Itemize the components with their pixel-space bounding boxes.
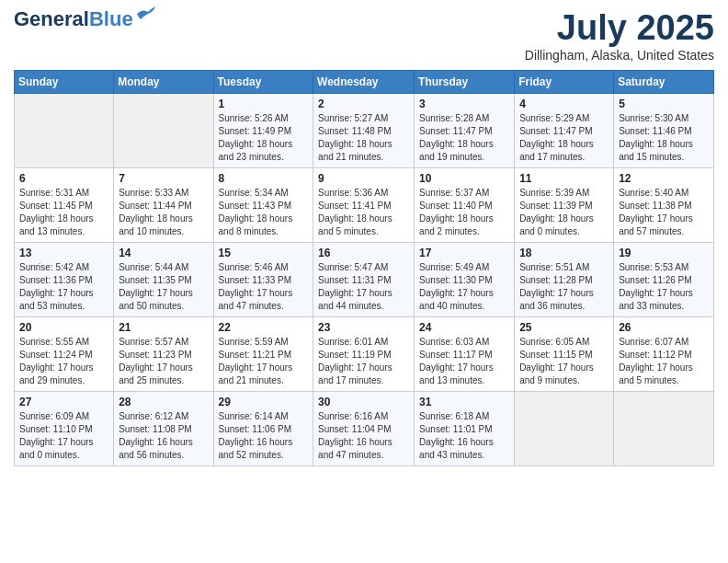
day-info: Sunrise: 6:12 AM Sunset: 11:08 PM Daylig…: [119, 410, 208, 462]
weekday-header-thursday: Thursday: [415, 70, 515, 93]
day-info: Sunrise: 5:44 AM Sunset: 11:35 PM Daylig…: [119, 261, 208, 313]
calendar-cell: 25Sunrise: 6:05 AM Sunset: 11:15 PM Dayl…: [515, 316, 614, 391]
day-info: Sunrise: 6:07 AM Sunset: 11:12 PM Daylig…: [619, 336, 709, 387]
week-row-5: 27Sunrise: 6:09 AM Sunset: 11:10 PM Dayl…: [15, 391, 714, 465]
day-info: Sunrise: 5:42 AM Sunset: 11:36 PM Daylig…: [19, 261, 108, 313]
day-info: Sunrise: 5:47 AM Sunset: 11:31 PM Daylig…: [318, 261, 409, 313]
calendar-cell: 16Sunrise: 5:47 AM Sunset: 11:31 PM Dayl…: [313, 242, 415, 316]
day-number: 9: [318, 172, 409, 185]
day-number: 12: [619, 172, 709, 185]
day-number: 4: [519, 98, 609, 110]
day-info: Sunrise: 5:51 AM Sunset: 11:28 PM Daylig…: [519, 261, 609, 313]
calendar-cell: 20Sunrise: 5:55 AM Sunset: 11:24 PM Dayl…: [15, 316, 114, 391]
calendar-cell: [15, 93, 114, 167]
week-row-3: 13Sunrise: 5:42 AM Sunset: 11:36 PM Dayl…: [15, 242, 714, 316]
logo-blue: Blue: [89, 7, 133, 30]
day-number: 25: [519, 321, 609, 334]
day-number: 24: [419, 321, 509, 334]
calendar-cell: 1Sunrise: 5:26 AM Sunset: 11:49 PM Dayli…: [213, 93, 313, 167]
day-number: 10: [419, 172, 509, 185]
day-number: 6: [19, 172, 108, 185]
day-number: 28: [119, 396, 208, 408]
day-number: 11: [519, 172, 609, 185]
day-info: Sunrise: 5:49 AM Sunset: 11:30 PM Daylig…: [419, 261, 509, 313]
calendar-cell: 12Sunrise: 5:40 AM Sunset: 11:38 PM Dayl…: [614, 167, 714, 242]
day-number: 22: [219, 321, 309, 334]
calendar-cell: 9Sunrise: 5:36 AM Sunset: 11:41 PM Dayli…: [313, 167, 415, 242]
day-info: Sunrise: 6:03 AM Sunset: 11:17 PM Daylig…: [419, 336, 509, 387]
calendar-cell: 11Sunrise: 5:39 AM Sunset: 11:39 PM Dayl…: [515, 167, 614, 242]
calendar-cell: 14Sunrise: 5:44 AM Sunset: 11:35 PM Dayl…: [114, 242, 213, 316]
day-number: 3: [419, 98, 509, 110]
day-info: Sunrise: 5:36 AM Sunset: 11:41 PM Daylig…: [318, 187, 409, 238]
day-info: Sunrise: 6:14 AM Sunset: 11:06 PM Daylig…: [219, 410, 309, 462]
day-info: Sunrise: 5:46 AM Sunset: 11:33 PM Daylig…: [219, 261, 309, 313]
logo-bird-icon: [135, 6, 155, 21]
calendar-cell: [614, 391, 714, 465]
day-number: 18: [519, 247, 609, 259]
day-info: Sunrise: 5:29 AM Sunset: 11:47 PM Daylig…: [519, 112, 609, 164]
day-info: Sunrise: 5:40 AM Sunset: 11:38 PM Daylig…: [619, 187, 709, 238]
day-number: 15: [219, 247, 309, 259]
day-number: 7: [119, 172, 208, 185]
calendar-cell: 5Sunrise: 5:30 AM Sunset: 11:46 PM Dayli…: [614, 93, 714, 167]
day-number: 23: [318, 321, 409, 334]
day-info: Sunrise: 6:01 AM Sunset: 11:19 PM Daylig…: [318, 336, 409, 387]
day-number: 16: [318, 247, 409, 259]
day-number: 19: [619, 247, 709, 259]
weekday-header-row: SundayMondayTuesdayWednesdayThursdayFrid…: [15, 70, 714, 93]
logo: GeneralBlue: [14, 9, 155, 29]
week-row-1: 1Sunrise: 5:26 AM Sunset: 11:49 PM Dayli…: [15, 93, 714, 167]
day-number: 27: [19, 396, 108, 408]
day-info: Sunrise: 5:53 AM Sunset: 11:26 PM Daylig…: [619, 261, 709, 313]
calendar-cell: 6Sunrise: 5:31 AM Sunset: 11:45 PM Dayli…: [15, 167, 114, 242]
calendar-cell: 4Sunrise: 5:29 AM Sunset: 11:47 PM Dayli…: [515, 93, 614, 167]
weekday-header-friday: Friday: [515, 70, 614, 93]
day-info: Sunrise: 6:18 AM Sunset: 11:01 PM Daylig…: [419, 410, 509, 462]
day-number: 13: [19, 247, 108, 259]
calendar-cell: 26Sunrise: 6:07 AM Sunset: 11:12 PM Dayl…: [614, 316, 714, 391]
day-info: Sunrise: 5:59 AM Sunset: 11:21 PM Daylig…: [219, 336, 309, 387]
weekday-header-saturday: Saturday: [614, 70, 714, 93]
calendar-cell: 7Sunrise: 5:33 AM Sunset: 11:44 PM Dayli…: [114, 167, 213, 242]
day-number: 8: [219, 172, 309, 185]
week-row-2: 6Sunrise: 5:31 AM Sunset: 11:45 PM Dayli…: [15, 167, 714, 242]
calendar-cell: 23Sunrise: 6:01 AM Sunset: 11:19 PM Dayl…: [313, 316, 415, 391]
location-subtitle: Dillingham, Alaska, United States: [525, 48, 714, 63]
day-number: 17: [419, 247, 509, 259]
day-number: 5: [619, 98, 709, 110]
day-number: 30: [318, 396, 409, 408]
week-row-4: 20Sunrise: 5:55 AM Sunset: 11:24 PM Dayl…: [15, 316, 714, 391]
day-info: Sunrise: 5:57 AM Sunset: 11:23 PM Daylig…: [119, 336, 208, 387]
calendar-cell: 21Sunrise: 5:57 AM Sunset: 11:23 PM Dayl…: [114, 316, 213, 391]
day-info: Sunrise: 5:30 AM Sunset: 11:46 PM Daylig…: [619, 112, 709, 164]
calendar-cell: 15Sunrise: 5:46 AM Sunset: 11:33 PM Dayl…: [213, 242, 313, 316]
calendar-cell: 30Sunrise: 6:16 AM Sunset: 11:04 PM Dayl…: [313, 391, 415, 465]
day-info: Sunrise: 5:34 AM Sunset: 11:43 PM Daylig…: [219, 187, 309, 238]
title-block: July 2025 Dillingham, Alaska, United Sta…: [525, 9, 714, 63]
page-header: GeneralBlue July 2025 Dillingham, Alaska…: [14, 9, 714, 63]
calendar-cell: 27Sunrise: 6:09 AM Sunset: 11:10 PM Dayl…: [15, 391, 114, 465]
calendar-cell: 8Sunrise: 5:34 AM Sunset: 11:43 PM Dayli…: [213, 167, 313, 242]
day-number: 20: [19, 321, 108, 334]
calendar-cell: 18Sunrise: 5:51 AM Sunset: 11:28 PM Dayl…: [515, 242, 614, 316]
day-info: Sunrise: 5:31 AM Sunset: 11:45 PM Daylig…: [19, 187, 108, 238]
calendar-cell: 2Sunrise: 5:27 AM Sunset: 11:48 PM Dayli…: [313, 93, 415, 167]
day-info: Sunrise: 6:16 AM Sunset: 11:04 PM Daylig…: [318, 410, 409, 462]
calendar-cell: 10Sunrise: 5:37 AM Sunset: 11:40 PM Dayl…: [415, 167, 515, 242]
calendar-cell: [515, 391, 614, 465]
day-info: Sunrise: 5:27 AM Sunset: 11:48 PM Daylig…: [318, 112, 409, 164]
calendar-cell: 29Sunrise: 6:14 AM Sunset: 11:06 PM Dayl…: [213, 391, 313, 465]
calendar-cell: 19Sunrise: 5:53 AM Sunset: 11:26 PM Dayl…: [614, 242, 714, 316]
day-number: 31: [419, 396, 509, 408]
calendar-cell: 22Sunrise: 5:59 AM Sunset: 11:21 PM Dayl…: [213, 316, 313, 391]
calendar-cell: 28Sunrise: 6:12 AM Sunset: 11:08 PM Dayl…: [114, 391, 213, 465]
calendar-cell: 24Sunrise: 6:03 AM Sunset: 11:17 PM Dayl…: [415, 316, 515, 391]
month-year-title: July 2025: [525, 9, 714, 48]
weekday-header-wednesday: Wednesday: [313, 70, 415, 93]
day-info: Sunrise: 5:37 AM Sunset: 11:40 PM Daylig…: [419, 187, 509, 238]
day-info: Sunrise: 5:26 AM Sunset: 11:49 PM Daylig…: [219, 112, 309, 164]
calendar-cell: 13Sunrise: 5:42 AM Sunset: 11:36 PM Dayl…: [15, 242, 114, 316]
day-number: 1: [219, 98, 309, 110]
day-number: 2: [318, 98, 409, 110]
